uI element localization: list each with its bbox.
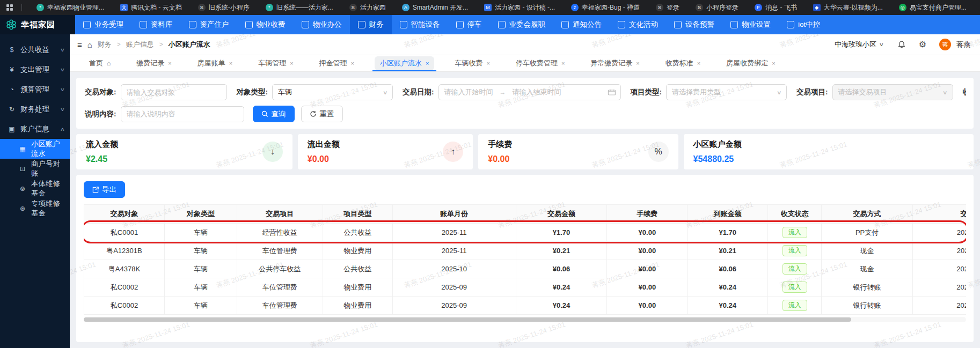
cell-method: 银行转账 [822,278,913,297]
tab-label: 车辆管理 [258,58,286,68]
sidebar-item-9[interactable]: ⊛专项维修基金 [0,198,70,218]
close-tab-icon[interactable]: × [697,60,700,66]
tab-1[interactable]: 首页⌂ [78,55,121,71]
browser-tab[interactable]: S小程序登录 [689,3,745,12]
tab-7[interactable]: 车辆收费× [444,55,500,71]
nav-item-1[interactable]: 业务受理 [75,15,131,34]
horizontal-scrollbar[interactable] [84,317,966,322]
sidebar-item-2[interactable]: ¥支出管理∨ [0,60,70,79]
bar-chart-icon: ▦ [18,145,27,153]
brand-logo[interactable]: 幸福家园 [0,15,75,34]
nav-item-13[interactable]: 物业设置 [722,15,779,34]
close-tab-icon[interactable]: × [636,60,639,66]
breadcrumb-finance[interactable]: 财务 [98,40,112,49]
nav-item-8[interactable]: 停车 [448,15,490,34]
browser-tab-label: 活力家园 - 设计稿 -... [495,3,555,12]
sidebar-item-3[interactable]: ◔预算管理∨ [0,79,70,99]
transaction-target-input[interactable] [121,84,227,100]
home-icon[interactable]: ⌂ [87,41,92,49]
browser-tab[interactable]: S活力家园 [342,3,393,12]
divider [21,4,22,11]
object-type-select[interactable]: 车辆∨ [272,84,393,100]
close-tab-icon[interactable]: × [486,60,489,66]
table-row[interactable]: 粤A12301B车辆车位管理费物业费用2025-11¥0.21¥0.00¥0.2… [84,242,967,260]
notification-bell-icon[interactable] [897,40,906,49]
close-tab-icon[interactable]: × [168,60,171,66]
close-tab-icon[interactable]: × [290,60,293,66]
project-type-select[interactable]: 请选择费用类型∨ [666,84,787,100]
table-row[interactable]: 私C0002车辆车位管理费物业费用2025-09¥0.24¥0.00¥0.24流… [84,297,967,315]
browser-tab[interactable]: *旧系统——活力家... [259,3,340,12]
tab-5[interactable]: 押金管理× [309,55,365,71]
nav-item-14[interactable]: iot中控 [779,15,828,34]
browser-tab[interactable]: F消息 - 飞书 [748,3,804,12]
tab-label: 收费标准 [665,58,693,68]
table-row[interactable]: 私C0001车辆经营性收益公共收益2025-11¥1.70¥0.00¥1.70流… [84,224,967,242]
search-button[interactable]: 查询 [253,106,295,122]
close-tab-icon[interactable]: × [561,60,565,66]
browser-tab[interactable]: 文腾讯文档 - 云文档 [113,3,189,12]
apps-grid-icon[interactable] [5,3,14,12]
browser-tab[interactable]: S登录 [649,3,686,12]
chevron-down-icon: ∨ [60,107,65,112]
cell-amount: ¥1.70 [516,224,607,242]
nav-item-11[interactable]: 文化活动 [610,15,666,34]
sidebar-item-1[interactable]: $公共收益∨ [0,40,70,60]
browser-tab[interactable]: ASmartAdmin 开发... [395,3,475,12]
sidebar-item-6[interactable]: ▦小区账户流水 [0,139,70,159]
transaction-date-range[interactable]: 请输入开始时间→请输入结束时间 [438,84,621,100]
cell-fee: ¥0.00 [607,260,688,278]
browser-tab[interactable]: ◎易宝支付商户管理... [892,3,974,12]
tab-4[interactable]: 车辆管理× [247,55,304,71]
sidebar-item-7[interactable]: ⊡商户号对账 [0,159,70,179]
table-row[interactable]: 私C0002车辆车位管理费物业费用2025-09¥0.24¥0.00¥0.24流… [84,278,967,297]
tab-6[interactable]: 小区账户流水× [369,55,440,71]
nav-item-5[interactable]: 物业办公 [294,15,350,34]
tab-11[interactable]: 房屋收费绑定× [715,55,786,71]
sidebar-item-8[interactable]: ⊚本体维修基金 [0,179,70,198]
browser-tab[interactable]: *幸福家园物业管理... [30,3,111,12]
avatar[interactable]: 蒋 [939,39,951,50]
search-button-label: 查询 [272,109,286,119]
browser-tab[interactable]: M活力家园 - 设计稿 -... [477,3,562,12]
browser-tab[interactable]: S旧系统-小程序 [191,3,257,12]
nav-item-3[interactable]: 资产住户 [181,15,237,34]
nav-item-10[interactable]: 通知公告 [553,15,610,34]
sidebar-item-4[interactable]: ↻财务处理∨ [0,99,70,119]
close-tab-icon[interactable]: × [351,60,354,66]
gear-icon[interactable]: ⚙ [919,40,926,49]
tab-3[interactable]: 房屋账单× [187,55,243,71]
export-button-label: 导出 [102,185,116,195]
breadcrumb-account-info[interactable]: 账户信息 [126,40,154,49]
sidebar-item-5[interactable]: ▣账户信息∧ [0,119,70,139]
tab-8[interactable]: 停车收费管理× [505,55,575,71]
browser-tab[interactable]: z幸福家园-Bug - 禅道 [564,3,647,12]
tab-pill: 首页⌂ [84,56,116,70]
dollar-circle-icon: $ [8,46,16,54]
description-input[interactable] [121,106,244,122]
nav-item-7[interactable]: 智能设备 [392,15,448,34]
reset-button[interactable]: 重置 [301,106,343,122]
collapse-sidebar-icon[interactable]: ≡ [77,41,82,49]
community-selector[interactable]: 中海玫瑰小区 ∨ [835,40,883,49]
tab-9[interactable]: 异常缴费记录× [580,55,650,71]
tab-2[interactable]: 缴费记录× [126,55,182,71]
tab-10[interactable]: 收费标准× [655,55,711,71]
nav-item-4[interactable]: 物业收费 [237,15,294,34]
browser-tab[interactable]: ◆大华云睿-以视频为... [806,3,890,12]
nav-item-2[interactable]: 资料库 [131,15,181,34]
close-tab-icon[interactable]: × [772,60,775,66]
scrollbar-thumb[interactable] [84,317,851,322]
cell-date: 2025-11-24 14:4 [913,242,966,260]
export-button[interactable]: 导出 [84,181,125,198]
nav-item-9[interactable]: 业委会履职 [490,15,554,34]
close-tab-icon[interactable]: × [426,60,429,66]
nav-item-6[interactable]: 财务 [350,15,392,34]
nav-item-12[interactable]: 设备预警 [666,15,722,34]
inflow-status-badge: 流入 [782,282,807,293]
close-tab-icon[interactable]: × [229,60,232,66]
tab-label: 押金管理 [319,58,347,68]
user-name[interactable]: 蒋燕 [956,40,970,49]
table-row[interactable]: 粤A4378K车辆公共停车收益公共收益2025-10¥0.06¥0.00¥0.0… [84,260,967,278]
tab-label: 房屋账单 [198,58,225,68]
